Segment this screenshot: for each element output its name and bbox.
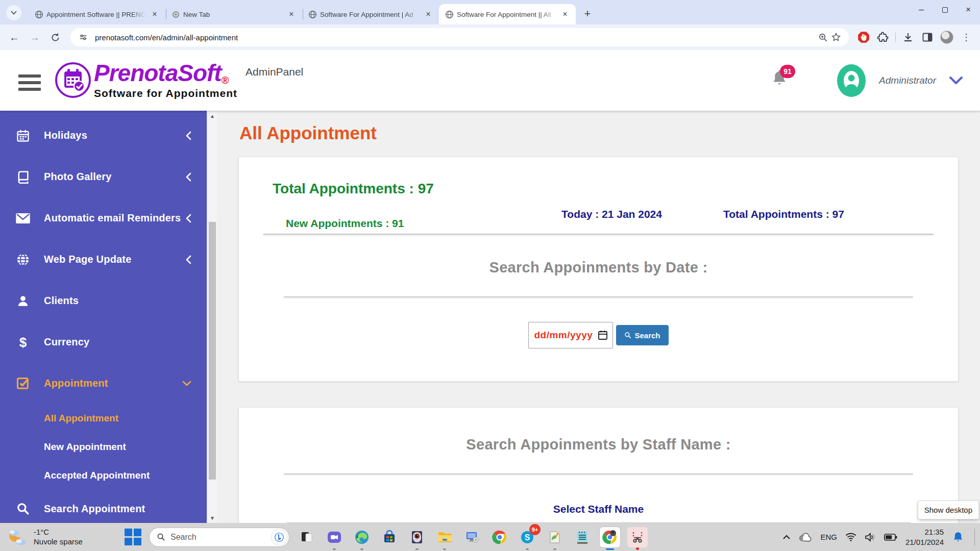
search-icon — [14, 502, 32, 515]
taskbar-app-skype[interactable]: S 9+ — [517, 527, 537, 547]
maximize-button[interactable] — [933, 0, 957, 19]
profile-image — [940, 31, 953, 44]
new-tab-button[interactable]: + — [580, 6, 595, 21]
taskbar-weather-widget[interactable]: -1°C Nuvole sparse — [7, 528, 125, 547]
main-content: All Appointment Total Appointments : 97 … — [217, 111, 980, 523]
sidebar-toggle-button[interactable] — [18, 74, 41, 91]
bookmark-star-icon[interactable] — [829, 31, 843, 44]
speaker-icon[interactable] — [865, 533, 876, 542]
language-indicator[interactable]: ENG — [820, 533, 837, 541]
sidebar-item-photo-gallery[interactable]: Photo Gallery — [0, 156, 207, 197]
tray-expand-icon[interactable] — [782, 535, 791, 540]
show-desktop-strip[interactable] — [974, 529, 975, 546]
scrollbar-thumb[interactable] — [209, 222, 216, 480]
wifi-icon[interactable] — [845, 533, 856, 541]
taskbar-app-chat[interactable] — [324, 527, 345, 547]
reload-icon — [51, 33, 60, 42]
running-indicator — [333, 548, 336, 550]
tab-strip: Appointment Software || PRENO × New Tab … — [0, 0, 980, 24]
chevron-left-icon — [186, 172, 191, 182]
reload-button[interactable] — [46, 29, 64, 46]
dollar-icon: $ — [14, 336, 32, 349]
taskbar-app-store[interactable] — [379, 527, 400, 547]
close-icon[interactable]: × — [286, 9, 297, 20]
logo-registered-mark: ® — [222, 74, 229, 86]
tab-3[interactable]: Software For Appointment | Ad × — [302, 4, 439, 24]
browser-profile-avatar[interactable] — [939, 29, 955, 45]
close-icon[interactable]: × — [559, 9, 571, 20]
close-window-button[interactable]: × — [957, 0, 980, 19]
zoom-in-icon[interactable] — [816, 31, 829, 44]
sidebar-item-appointment[interactable]: Appointment — [0, 363, 207, 404]
tab-4-active[interactable]: Software For Appointment || All × — [439, 4, 576, 24]
taskbar-app-snipping-tool[interactable] — [627, 527, 648, 547]
scroll-up-arrow[interactable]: ▲ — [207, 111, 217, 121]
content-row: Holidays Photo Gallery Automatic email R… — [0, 111, 980, 523]
extensions-puzzle-icon[interactable] — [875, 29, 891, 45]
browser-menu-icon[interactable]: ⋮ — [958, 29, 974, 45]
taskbar-app-task-view[interactable] — [297, 527, 317, 547]
taskbar-app-edge[interactable] — [352, 527, 372, 547]
close-icon[interactable]: × — [423, 9, 434, 20]
notification-bell-icon[interactable] — [952, 531, 964, 544]
calendar-icon — [14, 129, 32, 143]
search-button[interactable]: Search — [616, 325, 668, 345]
logo-title: PrenotaSoft — [94, 61, 222, 85]
sidebar-item-label: Automatic email Reminders — [44, 212, 186, 224]
taskbar-app-chrome[interactable] — [489, 527, 510, 547]
calendar-picker-icon[interactable] — [598, 330, 607, 340]
minimize-button[interactable]: – — [910, 0, 933, 19]
tab-search-button[interactable] — [6, 5, 21, 20]
site-logo[interactable]: PrenotaSoft ® Software for Appointment — [54, 61, 237, 99]
chevron-down-icon — [11, 11, 17, 15]
search-by-staff-heading: Search Appoinments by Staff Name : — [239, 436, 958, 453]
start-button[interactable] — [125, 529, 142, 546]
page-scrollbar[interactable]: ▲ ▼ — [207, 111, 217, 523]
sidebar-subitem-all-appointment[interactable]: All Appointment — [0, 404, 207, 433]
sidebar-item-email-reminders[interactable]: Automatic email Reminders — [0, 197, 207, 239]
address-bar[interactable]: prenotasoft.com/en/admin/all-appointment — [70, 28, 849, 46]
onedrive-cloud-icon[interactable] — [799, 533, 812, 542]
side-panel-icon[interactable] — [919, 29, 936, 45]
chevron-down-icon[interactable] — [949, 77, 963, 85]
taskbar-clock[interactable]: 21:35 21/01/2024 — [905, 527, 944, 547]
sidebar-item-currency[interactable]: $ Currency — [0, 321, 207, 363]
weather-moon-clouds-icon — [7, 528, 29, 546]
site-settings-icon[interactable] — [77, 31, 90, 44]
scroll-down-arrow[interactable]: ▼ — [207, 513, 217, 523]
chevron-down-icon — [182, 381, 191, 386]
taskbar-center: Search — [125, 527, 648, 547]
back-button[interactable]: ← — [6, 29, 23, 46]
sidebar-subitem-new-appointment[interactable]: New Appointment — [0, 433, 207, 461]
taskbar-app-photo-viewer[interactable] — [407, 527, 427, 547]
forward-button[interactable]: → — [26, 29, 43, 46]
user-avatar[interactable] — [837, 64, 866, 97]
search-icon — [624, 332, 631, 339]
bing-icon[interactable] — [272, 530, 287, 545]
tab-2[interactable]: New Tab × — [165, 4, 302, 24]
notifications-button[interactable]: 91 — [771, 69, 791, 92]
sidebar-subitem-label: All Appointment — [44, 413, 118, 424]
sidebar-item-clients[interactable]: Clients — [0, 280, 207, 321]
taskbar-app-chrome-active[interactable] — [600, 527, 620, 547]
taskbar-app-file-explorer[interactable] — [434, 527, 455, 547]
adblock-icon[interactable] — [855, 29, 872, 45]
chevron-left-icon — [186, 131, 191, 140]
sidebar-item-search-appointment[interactable]: Search Appointment — [0, 490, 207, 523]
taskbar-app-remote-desktop[interactable] — [462, 527, 482, 547]
date-input[interactable]: dd/mm/yyyy — [528, 322, 613, 348]
downloads-icon[interactable] — [900, 29, 916, 45]
sidebar-item-web-page-update[interactable]: Web Page Update — [0, 239, 207, 280]
close-icon[interactable]: × — [149, 9, 160, 20]
sidebar-item-holidays[interactable]: Holidays — [0, 115, 207, 156]
taskbar-search-box[interactable]: Search — [149, 528, 289, 547]
clock-date: 21/01/2024 — [905, 537, 944, 547]
sidebar-subitem-accepted-appointment[interactable]: Accepted Appointment — [0, 461, 207, 490]
tab-1[interactable]: Appointment Software || PRENO × — [29, 4, 165, 24]
taskbar-app-notes[interactable] — [572, 527, 593, 547]
divider — [284, 473, 913, 474]
url-text[interactable]: prenotasoft.com/en/admin/all-appointment — [95, 33, 816, 42]
taskbar-app-notepad-plus[interactable] — [545, 527, 565, 547]
search-by-date-heading: Search Appoinments by Date : — [239, 259, 958, 276]
battery-icon[interactable] — [884, 534, 897, 541]
